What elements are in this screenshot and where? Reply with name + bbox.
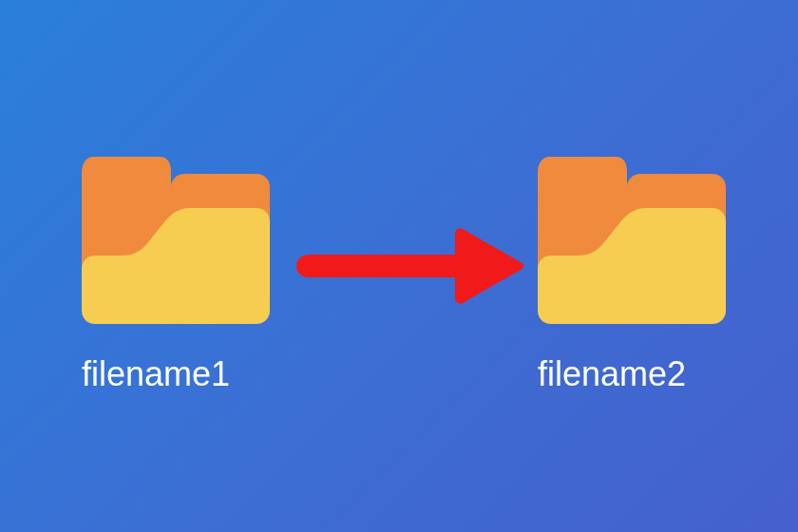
folder-icon — [532, 147, 732, 328]
source-folder-label: filename1 — [76, 354, 230, 394]
arrow-right-icon — [289, 228, 526, 304]
destination-folder: filename2 — [532, 147, 732, 394]
svg-rect-1 — [627, 174, 726, 202]
folder-icon — [76, 147, 276, 328]
destination-folder-label: filename2 — [532, 354, 686, 394]
source-folder: filename1 — [76, 147, 276, 394]
svg-rect-0 — [171, 174, 270, 202]
